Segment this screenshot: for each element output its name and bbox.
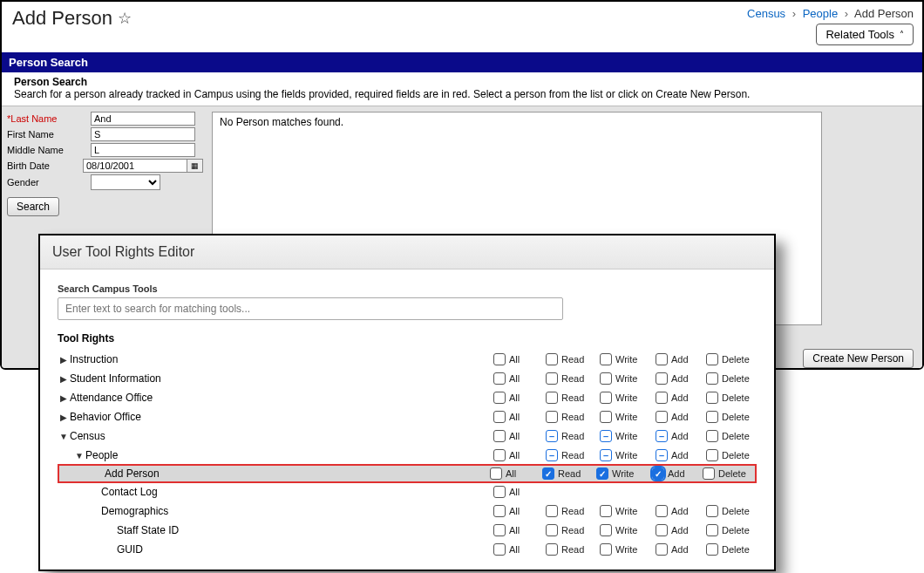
gender-label: Gender [7, 177, 87, 188]
checkbox-write[interactable] [600, 411, 612, 423]
checkbox-add[interactable] [656, 543, 668, 556]
checkbox-add[interactable] [652, 467, 664, 480]
chevron-right-icon: › [792, 7, 796, 20]
checkbox-all[interactable] [493, 543, 506, 556]
checkbox-all[interactable] [490, 467, 502, 480]
checkbox-delete[interactable] [706, 353, 718, 365]
checkbox-all[interactable] [493, 449, 506, 461]
checkbox-add[interactable] [656, 353, 668, 365]
checkbox-all[interactable] [493, 430, 506, 442]
search-tools-input[interactable] [58, 297, 563, 320]
tree-label: Student Information [70, 372, 161, 385]
checkbox-write[interactable] [600, 353, 612, 365]
search-button[interactable]: Search [7, 197, 59, 216]
checkbox-all[interactable] [493, 524, 506, 536]
page-title: Add Person [12, 7, 112, 30]
checkbox-delete[interactable] [706, 524, 718, 536]
checkbox-delete[interactable] [703, 467, 715, 480]
tree-label: Demographics [101, 505, 168, 517]
checkbox-delete[interactable] [706, 449, 718, 461]
checkbox-add[interactable] [656, 505, 668, 517]
checkbox-all[interactable] [493, 411, 506, 423]
expand-icon[interactable]: ▶ [58, 393, 70, 403]
checkbox-delete[interactable] [706, 411, 718, 423]
tree-row-guid: GUID All Read Write Add Delete [58, 540, 757, 559]
checkbox-write[interactable] [600, 449, 612, 461]
expand-icon[interactable]: ▶ [58, 413, 70, 422]
checkbox-delete[interactable] [706, 392, 718, 404]
checkbox-add[interactable] [656, 449, 668, 461]
checkbox-write[interactable] [600, 543, 612, 556]
tree-row-behavior: ▶ Behavior Office All Read Write Add Del… [58, 407, 757, 426]
related-tools-button[interactable]: Related Tools ˄ [816, 24, 914, 45]
checkbox-read[interactable] [546, 505, 558, 517]
favorite-star-icon[interactable]: ☆ [118, 9, 132, 28]
birth-date-label: Birth Date [7, 160, 79, 171]
first-name-label: First Name [7, 129, 87, 140]
checkbox-write[interactable] [600, 372, 612, 385]
checkbox-all[interactable] [493, 353, 506, 365]
tree-label: Staff State ID [117, 524, 179, 536]
checkbox-read[interactable] [546, 353, 558, 365]
tree-row-student-info: ▶ Student Information All Read Write Add… [58, 369, 757, 388]
checkbox-read[interactable] [546, 430, 558, 442]
checkbox-read[interactable] [542, 467, 554, 480]
checkbox-read[interactable] [546, 392, 558, 404]
checkbox-all[interactable] [493, 372, 506, 385]
checkbox-write[interactable] [600, 505, 612, 517]
create-new-person-button[interactable]: Create New Person [803, 349, 914, 368]
last-name-label: *Last Name [7, 113, 87, 124]
checkbox-all[interactable] [493, 486, 506, 498]
checkbox-add[interactable] [656, 392, 668, 404]
calendar-icon[interactable]: ▦ [187, 159, 203, 173]
tree-row-attendance: ▶ Attendance Office All Read Write Add D… [58, 388, 757, 407]
checkbox-read[interactable] [546, 524, 558, 536]
last-name-input[interactable] [91, 112, 195, 126]
checkbox-delete[interactable] [706, 372, 718, 385]
checkbox-add[interactable] [656, 411, 668, 423]
first-name-input[interactable] [91, 127, 195, 141]
checkbox-read[interactable] [546, 449, 558, 461]
tree-row-contact-log: Contact Log All . . . . [58, 482, 757, 501]
tree-label: Add Person [105, 467, 160, 480]
expand-icon[interactable]: ▶ [58, 355, 70, 365]
collapse-icon[interactable]: ▼ [58, 432, 70, 441]
middle-name-input[interactable] [91, 143, 195, 157]
breadcrumb-census[interactable]: Census [747, 7, 785, 20]
chevron-right-icon: › [845, 7, 848, 20]
tree-label: Contact Log [101, 486, 158, 498]
gender-select[interactable] [91, 174, 160, 190]
checkbox-all[interactable] [493, 505, 506, 517]
tree-label: GUID [117, 543, 143, 556]
checkbox-read[interactable] [546, 543, 558, 556]
checkbox-delete[interactable] [706, 543, 718, 556]
search-description: Search for a person already tracked in C… [14, 88, 750, 100]
search-tools-label: Search Campus Tools [58, 283, 757, 294]
chevron-up-icon: ˄ [900, 30, 904, 39]
checkbox-read[interactable] [546, 411, 558, 423]
checkbox-add[interactable] [656, 430, 668, 442]
checkbox-write[interactable] [596, 467, 608, 480]
tree-label: Instruction [70, 353, 118, 365]
tree-row-census: ▼ Census All Read Write Add Delete [58, 426, 757, 446]
checkbox-write[interactable] [600, 430, 612, 442]
collapse-icon[interactable]: ▼ [73, 451, 85, 460]
tree-label: Census [70, 430, 105, 442]
tree-label: Behavior Office [70, 411, 141, 423]
checkbox-write[interactable] [600, 392, 612, 404]
tree-row-add-person: Add Person All Read Write Add Delete [58, 464, 757, 483]
checkbox-delete[interactable] [706, 505, 718, 517]
checkbox-delete[interactable] [706, 430, 718, 442]
checkbox-write[interactable] [600, 524, 612, 536]
checkbox-read[interactable] [546, 372, 558, 385]
checkbox-add[interactable] [656, 524, 668, 536]
expand-icon[interactable]: ▶ [58, 374, 70, 384]
related-tools-label: Related Tools [825, 28, 894, 41]
section-title-bar: Person Search [2, 52, 922, 72]
checkbox-all[interactable] [493, 392, 506, 404]
breadcrumb-people[interactable]: People [803, 7, 838, 20]
breadcrumb-current: Add Person [854, 7, 914, 20]
checkbox-add[interactable] [656, 372, 668, 385]
birth-date-input[interactable] [83, 159, 187, 173]
tree-row-instruction: ▶ Instruction All Read Write Add Delete [58, 350, 757, 369]
